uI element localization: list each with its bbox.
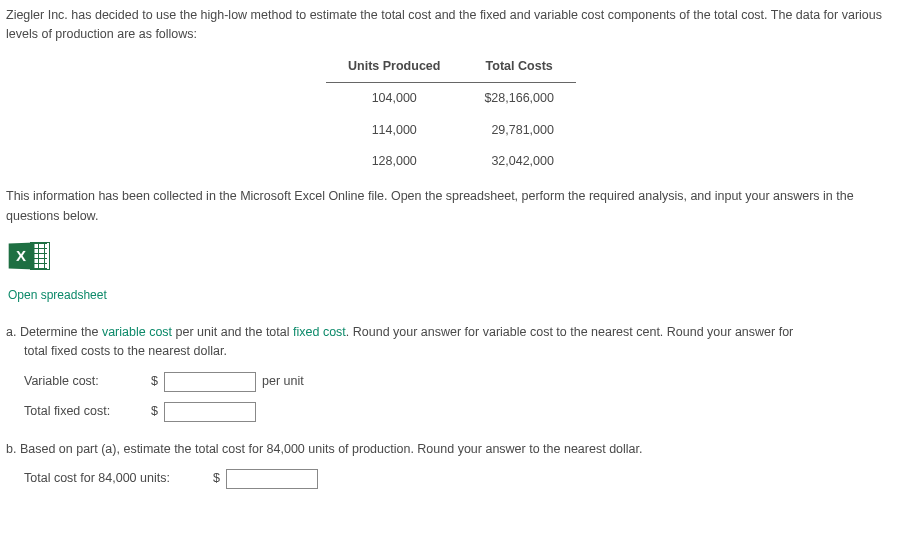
cell-cost: $28,166,000 [462, 83, 576, 115]
question-a-line2: total fixed costs to the nearest dollar. [24, 342, 896, 361]
total-cost-input[interactable] [226, 469, 318, 489]
header-costs: Total Costs [462, 51, 576, 83]
variable-cost-term: variable cost [102, 325, 172, 339]
open-spreadsheet-link[interactable]: Open spreadsheet [8, 286, 896, 305]
excel-icon[interactable]: X [8, 242, 50, 274]
question-a: a. Determine the variable cost per unit … [6, 323, 896, 362]
cell-cost: 32,042,000 [462, 146, 576, 177]
data-table: Units Produced Total Costs 104,000 $28,1… [326, 51, 576, 178]
variable-cost-input[interactable] [164, 372, 256, 392]
header-units: Units Produced [326, 51, 462, 83]
dollar-sign: $ [148, 372, 158, 391]
excel-letter: X [16, 244, 26, 268]
table-row: 104,000 $28,166,000 [326, 83, 576, 115]
fixed-cost-label: Total fixed cost: [24, 402, 142, 421]
cell-units: 104,000 [326, 83, 462, 115]
instruction-text: This information has been collected in t… [6, 187, 896, 226]
cell-units: 128,000 [326, 146, 462, 177]
per-unit-label: per unit [262, 372, 304, 391]
fixed-cost-input[interactable] [164, 402, 256, 422]
dollar-sign: $ [148, 402, 158, 421]
cell-units: 114,000 [326, 115, 462, 146]
total-cost-label: Total cost for 84,000 units: [24, 469, 204, 488]
table-row: 114,000 29,781,000 [326, 115, 576, 146]
problem-intro: Ziegler Inc. has decided to use the high… [6, 6, 896, 45]
dollar-sign: $ [210, 469, 220, 488]
variable-cost-label: Variable cost: [24, 372, 142, 391]
table-row: 128,000 32,042,000 [326, 146, 576, 177]
cell-cost: 29,781,000 [462, 115, 576, 146]
fixed-cost-term: fixed cost [293, 325, 346, 339]
question-b: b. Based on part (a), estimate the total… [6, 440, 896, 459]
